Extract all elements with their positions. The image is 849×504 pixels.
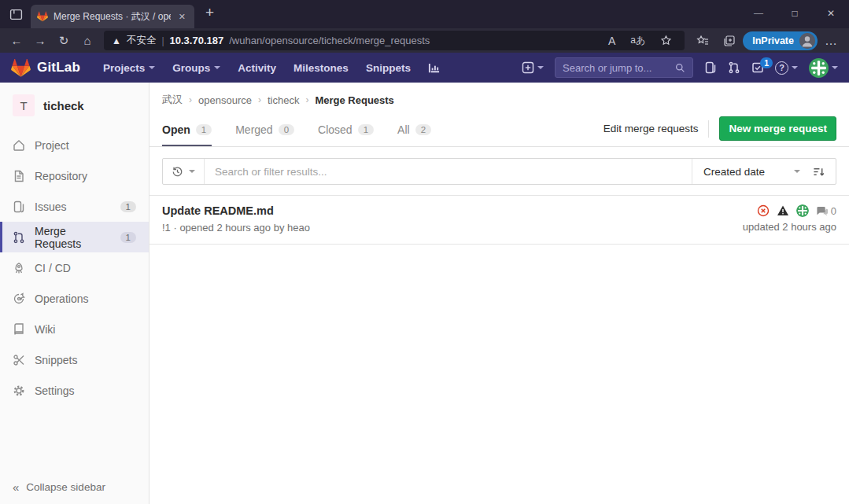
- back-button[interactable]: ←: [5, 34, 28, 47]
- global-search-input[interactable]: [563, 62, 670, 74]
- issues-count-badge: 1: [120, 201, 136, 212]
- inprivate-label: InPrivate: [752, 35, 794, 46]
- collapse-sidebar-button[interactable]: « Collapse sidebar: [0, 470, 149, 504]
- minimize-button[interactable]: —: [740, 0, 777, 27]
- nav-snippets[interactable]: Snippets: [366, 62, 411, 74]
- filter-search-input[interactable]: [205, 166, 692, 178]
- tab-merged[interactable]: Merged 0: [235, 113, 294, 146]
- sidebar-item-ci-cd[interactable]: CI / CD: [0, 252, 149, 283]
- filter-bar: Created date: [162, 158, 836, 185]
- nav-groups[interactable]: Groups: [172, 62, 220, 74]
- tab-close-icon[interactable]: ✕: [176, 12, 188, 22]
- breadcrumb-subgroup[interactable]: opensource: [198, 94, 252, 106]
- closed-count-badge: 1: [358, 124, 374, 135]
- home-button[interactable]: ⌂: [76, 34, 99, 47]
- scissors-icon: [13, 354, 25, 366]
- breadcrumb-current: Merge Requests: [315, 94, 393, 106]
- not-secure-label[interactable]: 不安全: [127, 34, 157, 47]
- rocket-icon: [13, 262, 25, 274]
- open-count-badge: 1: [196, 124, 212, 135]
- sidebar-item-repository[interactable]: Repository: [0, 160, 149, 191]
- search-icon: [675, 63, 685, 73]
- sidebar-item-settings[interactable]: Settings: [0, 375, 149, 406]
- merge-request-row[interactable]: Update README.md !1 · opened 2 hours ago…: [149, 196, 849, 245]
- help-menu[interactable]: ?: [775, 61, 798, 75]
- tab-all[interactable]: All 2: [397, 113, 431, 146]
- issues-icon[interactable]: [704, 61, 717, 74]
- tab-open[interactable]: Open 1: [162, 113, 212, 146]
- window-controls: — □ ✕: [740, 0, 849, 27]
- user-menu[interactable]: [809, 58, 838, 78]
- gitlab-logo[interactable]: [11, 58, 31, 78]
- comments-link[interactable]: 0: [816, 205, 836, 217]
- favorites-star-icon[interactable]: [655, 35, 677, 46]
- inprivate-badge[interactable]: InPrivate: [743, 31, 818, 50]
- project-header[interactable]: T ticheck: [0, 83, 149, 130]
- new-merge-request-button[interactable]: New merge request: [719, 116, 836, 141]
- browser-menu-icon[interactable]: …: [818, 34, 844, 48]
- gitlab-navbar: GitLab Projects Groups Activity Mileston…: [0, 53, 849, 83]
- sort-direction-button[interactable]: [811, 166, 836, 178]
- not-secure-warning-icon: ▲: [112, 35, 121, 46]
- forward-button[interactable]: →: [28, 34, 52, 47]
- new-tab-button[interactable]: +: [205, 4, 214, 21]
- all-count-badge: 2: [415, 124, 431, 135]
- breadcrumb-group[interactable]: 武汉: [162, 93, 183, 107]
- browser-tab[interactable]: Merge Requests · 武汉 / opensc ✕: [31, 5, 194, 28]
- tab-closed[interactable]: Closed 1: [318, 113, 374, 146]
- sidebar-item-merge-requests[interactable]: Merge Requests 1: [0, 222, 149, 252]
- assignee-avatar[interactable]: [796, 204, 809, 217]
- url-field[interactable]: ▲ 不安全 | 10.3.70.187 /wuhan/opensource/ti…: [104, 31, 685, 50]
- global-search[interactable]: [555, 57, 693, 78]
- collections-icon[interactable]: [716, 35, 743, 47]
- chevron-down-icon: [792, 66, 798, 72]
- comment-icon: [816, 205, 828, 217]
- merge-warning-icon[interactable]: [777, 204, 789, 217]
- chevron-down-icon: [189, 170, 195, 176]
- issues-icon: [13, 200, 25, 213]
- edit-merge-requests-button[interactable]: Edit merge requests: [604, 123, 699, 134]
- home-icon: [13, 139, 25, 152]
- sort-dropdown[interactable]: Created date: [692, 159, 811, 184]
- sidebar-item-issues[interactable]: Issues 1: [0, 191, 149, 222]
- project-avatar: T: [13, 94, 35, 116]
- chevron-down-icon: [832, 66, 838, 72]
- profile-avatar: [799, 33, 815, 49]
- tab-layout-icon[interactable]: [9, 8, 23, 21]
- nav-projects[interactable]: Projects: [103, 62, 155, 74]
- read-aloud-icon[interactable]: A: [604, 35, 620, 47]
- nav-milestones[interactable]: Milestones: [293, 62, 349, 74]
- sidebar-item-wiki[interactable]: Wiki: [0, 314, 149, 344]
- new-menu-button[interactable]: [522, 61, 544, 74]
- mr-title-link[interactable]: Update README.md: [162, 204, 743, 217]
- translate-icon[interactable]: aあ: [626, 34, 650, 47]
- maximize-button[interactable]: □: [777, 0, 813, 27]
- chevron-down-icon: [214, 66, 220, 72]
- breadcrumb-project[interactable]: ticheck: [268, 94, 299, 106]
- nav-activity[interactable]: Activity: [238, 62, 276, 74]
- project-sidebar: T ticheck Project Repository Issues 1 Me…: [0, 83, 149, 504]
- sidebar-item-project[interactable]: Project: [0, 130, 149, 160]
- book-icon: [13, 323, 25, 336]
- merge-requests-icon[interactable]: [728, 61, 740, 74]
- pipeline-failed-icon[interactable]: [757, 204, 770, 217]
- gitlab-brand[interactable]: GitLab: [37, 60, 80, 75]
- chart-icon[interactable]: [428, 62, 440, 74]
- mr-updated-timestamp: updated 2 hours ago: [743, 221, 836, 233]
- button-divider: [708, 120, 709, 138]
- favorites-bar-icon[interactable]: [689, 35, 716, 47]
- recent-searches-dropdown[interactable]: [163, 159, 205, 184]
- refresh-button[interactable]: ↻: [52, 34, 76, 48]
- merged-count-badge: 0: [279, 124, 294, 135]
- operations-icon: [13, 292, 25, 305]
- browser-titlebar: Merge Requests · 武汉 / opensc ✕ + — □ ✕: [0, 0, 849, 28]
- todos-icon[interactable]: 1: [751, 61, 764, 74]
- chevron-down-icon: [537, 66, 544, 72]
- sidebar-item-snippets[interactable]: Snippets: [0, 344, 149, 375]
- sidebar-item-operations[interactable]: Operations: [0, 283, 149, 314]
- close-button[interactable]: ✕: [813, 0, 849, 27]
- project-name: ticheck: [43, 99, 84, 112]
- gitlab-favicon: [37, 11, 48, 22]
- todo-count-badge: 1: [760, 57, 773, 68]
- mr-state-tabs: Open 1 Merged 0 Closed 1 All 2 Edit merg…: [149, 113, 849, 147]
